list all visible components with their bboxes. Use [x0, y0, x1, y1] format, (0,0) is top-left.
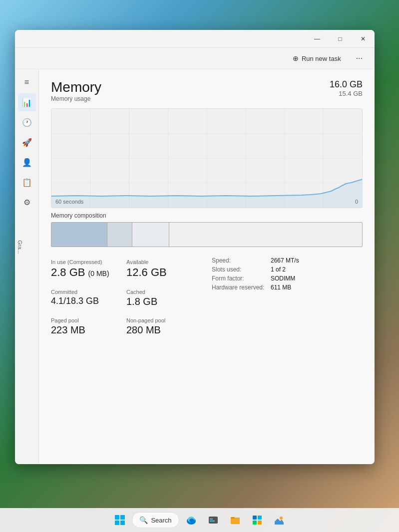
svg-rect-20 [253, 521, 257, 525]
main-content: ≡ 📊 🕐 🚀 👤 📋 ⚙ Memory Memory usage 16.0 G… [15, 69, 375, 464]
hw-reserved-value: 611 MB [271, 284, 291, 291]
svg-rect-15 [210, 521, 215, 522]
windows-start-button[interactable] [110, 510, 130, 530]
specs-panel: Speed: 2667 MT/s Slots used: 1 of 2 Form… [212, 257, 363, 338]
sidebar-item-startup[interactable]: 🚀 [18, 133, 36, 151]
cached-value: 1.8 GB [126, 296, 202, 307]
graph-zero-label: 0 [355, 199, 358, 205]
run-new-task-button[interactable]: ⊕ Run new task [288, 52, 346, 64]
store-svg [252, 515, 263, 526]
in-use-value: 2.8 GB (0 MB) [51, 266, 126, 279]
taskbar: 🔍 Search [0, 508, 399, 532]
sidebar-item-users[interactable]: 👤 [18, 153, 36, 171]
sidebar-item-details[interactable]: 📋 [18, 173, 36, 191]
maximize-button[interactable]: □ [329, 30, 352, 48]
committed-label: Committed [51, 289, 126, 295]
task-manager-svg [208, 515, 219, 526]
taskbar-task-manager-icon[interactable] [203, 510, 223, 530]
taskbar-edge-icon[interactable] [181, 510, 201, 530]
task-manager-window: — □ ✕ ⊕ Run new task ··· ≡ 📊 🕐 🚀 👤 📋 ⚙ [15, 30, 375, 464]
explorer-svg [230, 515, 241, 526]
paged-pool-label: Paged pool [51, 317, 126, 323]
svg-rect-14 [210, 519, 213, 520]
svg-rect-13 [209, 517, 218, 524]
stats-row-2: Committed 4.1/18.3 GB Cached 1.8 GB [51, 287, 202, 309]
svg-point-24 [280, 517, 283, 520]
close-button[interactable]: ✕ [352, 30, 375, 48]
hw-reserved-spec: Hardware reserved: 611 MB [212, 284, 363, 291]
stats-left-panel: In use (Compressed) 2.8 GB (0 MB) Availa… [51, 257, 202, 338]
svg-point-12 [189, 519, 194, 523]
graph-time-label: 60 seconds [55, 199, 83, 205]
minimize-button[interactable]: — [306, 30, 329, 48]
svg-rect-21 [258, 521, 262, 525]
in-use-label: In use (Compressed) [51, 259, 126, 265]
non-paged-pool-value: 280 MB [126, 324, 202, 336]
composition-label: Memory composition [51, 212, 363, 219]
memory-usage-label: Memory usage [51, 95, 101, 102]
hw-reserved-label: Hardware reserved: [212, 284, 267, 291]
comp-in-use-segment [51, 223, 107, 247]
photos-svg [274, 515, 285, 526]
speed-label: Speed: [212, 257, 267, 264]
sidebar-item-processes[interactable]: ≡ [18, 73, 36, 91]
svg-rect-18 [253, 516, 257, 520]
taskbar-photos-icon[interactable] [269, 510, 289, 530]
available-stat: Available 12.6 GB [126, 257, 202, 281]
total-memory-value: 16.0 GB [330, 79, 363, 90]
svg-rect-17 [231, 517, 235, 519]
cached-label: Cached [126, 289, 202, 295]
form-factor-value: SODIMM [271, 275, 295, 282]
title-bar-controls: — □ ✕ [306, 30, 375, 47]
taskbar-center: 🔍 Search [110, 510, 289, 530]
sidebar-item-performance[interactable]: 📊 [18, 93, 36, 111]
comp-free-segment [169, 223, 362, 247]
available-value: 12.6 GB [126, 266, 202, 279]
form-factor-label: Form factor: [212, 275, 267, 282]
non-paged-pool-stat: Non-paged pool 280 MB [126, 315, 202, 338]
stats-row-3: Paged pool 223 MB Non-paged pool 280 MB [51, 315, 202, 338]
comp-standby-segment [132, 223, 170, 247]
slots-label: Slots used: [212, 266, 267, 273]
main-panel: Memory Memory usage 16.0 GB 15.4 GB [39, 69, 375, 464]
search-label: Search [151, 517, 171, 524]
non-paged-pool-label: Non-paged pool [126, 317, 202, 323]
speed-value: 2667 MT/s [271, 257, 299, 264]
total-memory-sub: 15.4 GB [330, 90, 363, 97]
search-button[interactable]: 🔍 Search [132, 512, 179, 528]
slots-spec: Slots used: 1 of 2 [212, 266, 363, 273]
page-title: Memory [51, 79, 101, 95]
win-logo-tl [115, 515, 119, 520]
memory-graph: 60 seconds 0 [51, 108, 363, 208]
committed-value: 4.1/18.3 GB [51, 296, 126, 306]
graph-line [51, 109, 362, 208]
svg-rect-19 [258, 516, 262, 520]
page-header: Memory Memory usage 16.0 GB 15.4 GB [51, 79, 363, 106]
taskbar-explorer-icon[interactable] [225, 510, 245, 530]
win-logo-bl [115, 521, 119, 525]
run-new-task-label: Run new task [302, 55, 341, 62]
title-bar: — □ ✕ [15, 30, 375, 48]
comp-modified-segment [107, 223, 132, 247]
win-logo-br [120, 521, 125, 525]
speed-spec: Speed: 2667 MT/s [212, 257, 363, 264]
slots-value: 1 of 2 [271, 266, 286, 273]
memory-total: 16.0 GB 15.4 GB [330, 79, 363, 97]
run-task-icon: ⊕ [293, 54, 299, 62]
in-use-stat: In use (Compressed) 2.8 GB (0 MB) [51, 257, 126, 281]
form-factor-spec: Form factor: SODIMM [212, 275, 363, 282]
sidebar-item-app-history[interactable]: 🕐 [18, 113, 36, 131]
search-icon: 🔍 [139, 516, 148, 524]
stats-row-1: In use (Compressed) 2.8 GB (0 MB) Availa… [51, 257, 202, 281]
available-label: Available [126, 259, 202, 265]
toolbar: ⊕ Run new task ··· [15, 48, 375, 69]
paged-pool-stat: Paged pool 223 MB [51, 315, 126, 338]
win-logo-tr [120, 515, 125, 520]
stats-specs-container: In use (Compressed) 2.8 GB (0 MB) Availa… [51, 257, 363, 338]
committed-stat: Committed 4.1/18.3 GB [51, 287, 126, 309]
taskbar-store-icon[interactable] [247, 510, 267, 530]
sidebar-item-services[interactable]: ⚙ [18, 193, 36, 211]
cached-stat: Cached 1.8 GB [126, 287, 202, 309]
sidebar: ≡ 📊 🕐 🚀 👤 📋 ⚙ [15, 69, 39, 464]
more-options-button[interactable]: ··· [352, 52, 367, 65]
